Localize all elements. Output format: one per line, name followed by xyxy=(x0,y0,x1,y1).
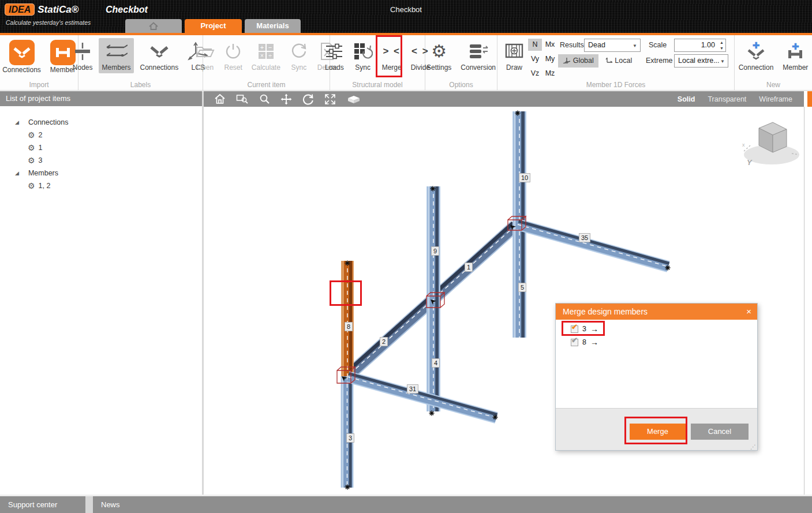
group-label-labels: Labels xyxy=(78,81,203,89)
highlight-merge-row-3 xyxy=(562,321,605,336)
zoom-window-icon[interactable] xyxy=(236,93,249,104)
plus-icon: ✚ xyxy=(792,44,799,49)
svg-text:+: + xyxy=(260,44,264,51)
pan-icon[interactable] xyxy=(280,93,292,105)
new-connection-icon xyxy=(747,48,765,61)
ribbon: Connections Member Import Nodes xyxy=(0,35,812,91)
svg-text:÷: ÷ xyxy=(268,53,272,59)
chevron-down-icon: ▼ xyxy=(720,55,725,68)
force-vy-toggle[interactable]: Vy xyxy=(528,53,542,65)
force-n-toggle[interactable]: N xyxy=(528,39,542,51)
group-label-new: New xyxy=(735,81,812,89)
highlight-selected-member xyxy=(330,280,362,306)
spinner-arrows[interactable]: ▲▼ xyxy=(720,40,724,51)
tab-materials[interactable]: Materials xyxy=(245,19,301,33)
force-vz-toggle[interactable]: Vz xyxy=(528,68,542,80)
reset-button[interactable]: Reset xyxy=(221,38,245,73)
member-label-2: 2 xyxy=(380,337,388,346)
member-label-31: 31 xyxy=(407,384,418,394)
project-items-panel-header: List of project items xyxy=(0,91,202,106)
frame-local-toggle[interactable]: Local xyxy=(602,54,635,68)
conversion-button[interactable]: Conversion xyxy=(458,38,499,73)
tab-home[interactable] xyxy=(125,19,182,33)
gear-icon: ⚙ xyxy=(431,40,447,62)
project-items-tree: ◢ Connections ⚙ 2 ⚙ 1 ⚙ 3 ◢ Members ⚙ 1,… xyxy=(0,106,202,495)
calculate-button[interactable]: +−×÷ Calculate xyxy=(249,38,283,73)
tree-group-connections[interactable]: ◢ Connections xyxy=(15,117,68,128)
settings-button[interactable]: ⚙ Settings xyxy=(424,38,454,73)
ribbon-group-options: ⚙ Settings Conversion Options xyxy=(425,35,497,90)
scale-input[interactable]: 1.00 ▲▼ xyxy=(674,39,726,52)
tree-item-member-1-2[interactable]: ⚙ 1, 2 xyxy=(28,180,50,192)
checkbox-member-8[interactable]: ✔ xyxy=(571,339,578,346)
group-label-import: Import xyxy=(0,81,78,89)
ribbon-group-labels: Nodes Members Connections xyxy=(78,35,203,90)
gear-icon: ⚙ xyxy=(28,182,35,190)
dialog-title-bar[interactable]: Merge design members × xyxy=(556,304,757,320)
group-label-structural-model: Structural model xyxy=(330,81,425,89)
arrow-right-icon[interactable]: → xyxy=(590,338,598,347)
brand-tagline: Calculate yesterday's estimates xyxy=(6,19,91,26)
solid-box-icon[interactable] xyxy=(346,94,361,104)
sync-model-button[interactable]: Sync xyxy=(350,38,376,73)
sync-item-button[interactable]: Sync xyxy=(287,38,311,73)
tree-item-connection-3[interactable]: ⚙ 3 xyxy=(28,155,43,166)
view-home-icon[interactable] xyxy=(214,93,226,104)
fit-view-icon[interactable] xyxy=(324,93,336,105)
support-center-panel[interactable]: Support center xyxy=(0,496,85,513)
group-label-current-item: Current item xyxy=(203,81,330,89)
force-my-toggle[interactable]: My xyxy=(543,53,557,65)
group-label-options: Options xyxy=(425,81,497,89)
status-bar-gap xyxy=(85,496,93,513)
member-column-3[interactable] xyxy=(343,376,350,488)
open-button[interactable]: Open xyxy=(192,38,218,73)
status-bar: Support center News xyxy=(0,496,812,513)
member-label-35: 35 xyxy=(579,233,590,242)
mode-wireframe[interactable]: Wireframe xyxy=(759,95,792,103)
rotate-icon[interactable] xyxy=(302,93,314,105)
new-connection-button[interactable]: ✚ Connection xyxy=(736,38,777,73)
member-beam-35[interactable] xyxy=(518,222,669,267)
member-label-9: 9 xyxy=(431,246,439,256)
mode-solid[interactable]: Solid xyxy=(678,95,695,103)
mode-transparent[interactable]: Transparent xyxy=(708,95,746,103)
labels-members-button[interactable]: Members xyxy=(99,38,133,73)
extreme-dropdown[interactable]: Local extre... ▼ xyxy=(674,54,728,68)
member-label-4: 4 xyxy=(432,358,440,368)
results-dropdown[interactable]: Dead ▼ xyxy=(584,39,641,52)
force-mz-toggle[interactable]: Mz xyxy=(543,68,557,80)
news-panel[interactable]: News xyxy=(93,496,812,513)
import-connections-icon xyxy=(9,40,35,65)
force-mx-toggle[interactable]: Mx xyxy=(543,39,557,51)
tree-item-connection-2[interactable]: ⚙ 2 xyxy=(28,129,43,141)
loads-sliders-icon xyxy=(325,40,343,63)
expander-icon[interactable]: ◢ xyxy=(15,119,19,125)
global-axis-icon xyxy=(563,57,571,63)
member-column-9-4[interactable] xyxy=(429,186,437,411)
member-column-8-selected[interactable] xyxy=(343,261,351,376)
svg-text:x: x xyxy=(742,142,745,148)
loads-button[interactable]: Loads xyxy=(322,38,347,73)
ribbon-group-new: ✚ Connection ✚ Member New xyxy=(735,35,812,90)
labels-connections-button[interactable]: Connections xyxy=(137,38,182,73)
tree-item-connection-1[interactable]: ⚙ 1 xyxy=(28,142,43,153)
merge-row-8[interactable]: ✔ 8 → xyxy=(571,338,598,347)
checkbot-window: IDEAStatiCa® Calculate yesterday's estim… xyxy=(0,0,812,513)
labels-nodes-button[interactable]: Nodes xyxy=(70,38,96,73)
close-icon[interactable]: × xyxy=(746,304,751,320)
member-label-8: 8 xyxy=(345,322,353,331)
member-beam-31[interactable] xyxy=(348,374,497,418)
view-cube[interactable]: Y x xyxy=(742,122,799,167)
dialog-cancel-button[interactable]: Cancel xyxy=(691,424,749,440)
resize-grip[interactable]: ⋰ xyxy=(750,444,756,450)
tab-project[interactable]: Project xyxy=(185,19,242,33)
nodes-icon xyxy=(74,40,91,63)
draw-button[interactable]: Draw xyxy=(501,38,527,73)
new-member-button[interactable]: ✚ Member xyxy=(780,38,811,73)
tree-group-members[interactable]: ◢ Members xyxy=(15,167,58,179)
import-connections-button[interactable]: Connections xyxy=(0,38,44,76)
labels-connections-icon xyxy=(149,40,169,63)
frame-global-toggle[interactable]: Global xyxy=(558,54,598,68)
expander-icon[interactable]: ◢ xyxy=(15,170,19,176)
zoom-icon[interactable] xyxy=(259,93,270,104)
